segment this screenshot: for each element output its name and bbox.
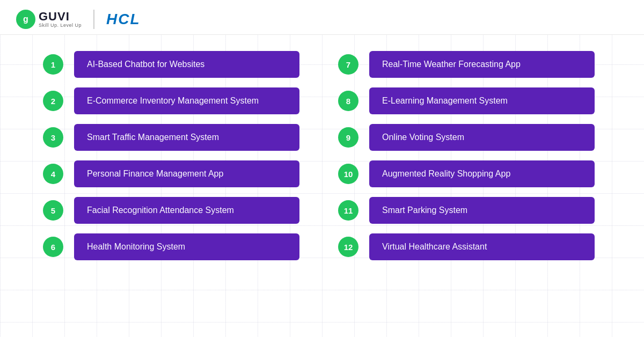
item-label: Online Voting System: [369, 124, 595, 151]
right-column: 7Real-Time Weather Forecasting App8E-Lea…: [338, 51, 601, 260]
item-label: Smart Traffic Management System: [74, 124, 299, 151]
number-badge: 8: [338, 91, 358, 111]
guvi-icon: g: [16, 10, 35, 29]
number-badge: 1: [43, 54, 63, 75]
number-badge: 4: [43, 164, 63, 184]
list-item: 11Smart Parking System: [338, 197, 601, 224]
list-item: 1AI-Based Chatbot for Websites: [43, 51, 306, 78]
left-column: 1AI-Based Chatbot for Websites2E-Commerc…: [43, 51, 306, 260]
list-item: 3Smart Traffic Management System: [43, 124, 306, 151]
item-label: E-Commerce Inventory Management System: [74, 87, 299, 114]
guvi-icon-text: g: [23, 14, 28, 24]
list-item: 4Personal Finance Management App: [43, 160, 306, 187]
guvi-logo: g GUVI Skill Up. Level Up: [16, 10, 82, 29]
item-label: Health Monitoring System: [74, 233, 299, 260]
hcl-brand-name: HCL: [106, 11, 141, 28]
main-content: 1AI-Based Chatbot for Websites2E-Commerc…: [0, 35, 644, 276]
list-item: 6Health Monitoring System: [43, 233, 306, 260]
list-item: 12Virtual Healthcare Assistant: [338, 233, 601, 260]
number-badge: 3: [43, 127, 63, 148]
item-label: E-Learning Management System: [369, 87, 595, 114]
number-badge: 9: [338, 127, 358, 148]
guvi-tagline: Skill Up. Level Up: [39, 23, 82, 28]
list-item: 9Online Voting System: [338, 124, 601, 151]
item-label: Facial Recognition Attendance System: [74, 197, 299, 224]
number-badge: 5: [43, 200, 63, 221]
number-badge: 6: [43, 237, 63, 257]
guvi-brand-name: GUVI: [39, 11, 82, 23]
item-label: Real-Time Weather Forecasting App: [369, 51, 595, 78]
number-badge: 7: [338, 54, 358, 75]
list-item: 10Augmented Reality Shopping App: [338, 160, 601, 187]
page-wrapper: g GUVI Skill Up. Level Up HCL 1AI-Based …: [0, 0, 644, 337]
number-badge: 10: [338, 164, 358, 184]
item-label: Personal Finance Management App: [74, 160, 299, 187]
header: g GUVI Skill Up. Level Up HCL: [0, 0, 644, 35]
list-item: 8E-Learning Management System: [338, 87, 601, 114]
guvi-text-block: GUVI Skill Up. Level Up: [39, 11, 82, 28]
item-label: AI-Based Chatbot for Websites: [74, 51, 299, 78]
list-item: 5Facial Recognition Attendance System: [43, 197, 306, 224]
item-label: Virtual Healthcare Assistant: [369, 233, 595, 260]
list-item: 7Real-Time Weather Forecasting App: [338, 51, 601, 78]
list-item: 2E-Commerce Inventory Management System: [43, 87, 306, 114]
number-badge: 2: [43, 91, 63, 111]
number-badge: 11: [338, 200, 358, 221]
item-label: Augmented Reality Shopping App: [369, 160, 595, 187]
item-label: Smart Parking System: [369, 197, 595, 224]
number-badge: 12: [338, 237, 358, 257]
header-divider: [93, 10, 94, 29]
